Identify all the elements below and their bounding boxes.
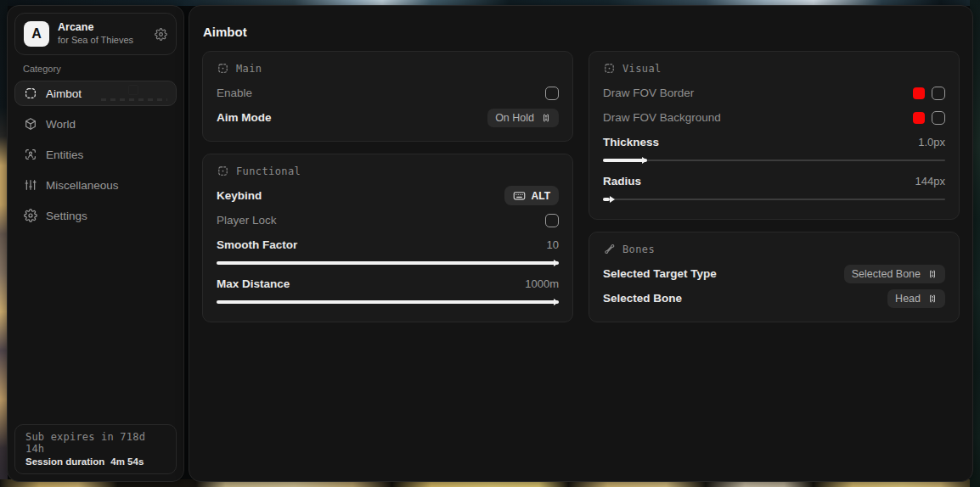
draw-fov-background-color-swatch[interactable] xyxy=(913,112,925,124)
row-enable: Enable xyxy=(217,81,559,105)
panel-visual-title: Visual xyxy=(622,63,662,75)
session-duration-label: Session duration xyxy=(25,456,104,467)
app-header-text: Arcane for Sea of Thieves xyxy=(58,21,146,46)
panel-main: MainEnableAim ModeOn Hold xyxy=(202,51,573,142)
aim-mode-label: Aim Mode xyxy=(217,111,272,124)
smooth-factor-slider[interactable] xyxy=(217,258,559,268)
row-aim-mode: Aim ModeOn Hold xyxy=(217,105,559,130)
thickness-slider[interactable] xyxy=(603,155,945,165)
selected-bone-label: Selected Bone xyxy=(603,292,682,305)
keybind-key-value: ALT xyxy=(532,190,550,202)
selected-target-type-label: Selected Target Type xyxy=(603,267,717,280)
app-tagline: for Sea of Thieves xyxy=(58,35,146,47)
panel-visual: VisualDraw FOV BorderDraw FOV Background… xyxy=(589,51,960,220)
bone-icon xyxy=(603,243,616,255)
draw-fov-background-checkbox[interactable] xyxy=(932,111,945,125)
sidebar-item-label: World xyxy=(46,118,76,131)
max-distance-label: Max Distance xyxy=(217,277,290,290)
panel-bones: BonesSelected Target TypeSelected BoneSe… xyxy=(589,232,960,322)
aim-mode-dropdown-value: On Hold xyxy=(495,112,534,124)
smooth-factor-value: 10 xyxy=(547,238,559,251)
section-icon xyxy=(603,62,616,75)
section-icon xyxy=(217,165,229,177)
row-draw-fov-background: Draw FOV Background xyxy=(603,105,945,130)
draw-fov-background-label: Draw FOV Background xyxy=(603,111,721,124)
panel-columns: MainEnableAim ModeOn HoldFunctionalKeybi… xyxy=(189,51,972,334)
sidebar-item-label: Aimbot xyxy=(46,87,82,100)
entities-scan-icon xyxy=(24,148,37,161)
session-duration-value: 4m 54s xyxy=(110,456,144,467)
row-keybind: KeybindALT xyxy=(217,183,559,208)
selected-target-type-dropdown[interactable]: Selected Bone xyxy=(844,265,945,283)
unfold-icon xyxy=(541,113,551,123)
draw-fov-background-controls xyxy=(913,111,945,125)
smooth-factor-slider-thumb[interactable] xyxy=(554,260,559,266)
sidebar-nav: AimbotWorldEntitiesMiscellaneousSettings xyxy=(8,81,183,228)
panel-bones-header: Bones xyxy=(603,243,945,255)
row-smooth-factor: Smooth Factor10 xyxy=(217,232,559,257)
sub-expires-text: Sub expires in 718d 14h xyxy=(25,431,166,455)
draw-fov-border-checkbox[interactable] xyxy=(932,87,945,100)
app-header: A Arcane for Sea of Thieves xyxy=(14,13,177,55)
smooth-factor-label: Smooth Factor xyxy=(217,238,297,251)
draw-fov-border-label: Draw FOV Border xyxy=(603,87,694,99)
radius-slider[interactable] xyxy=(603,194,945,204)
enable-checkbox[interactable] xyxy=(545,87,559,100)
selected-target-type-dropdown-value: Selected Bone xyxy=(852,268,921,280)
aim-mode-dropdown[interactable]: On Hold xyxy=(487,109,559,127)
sidebar-item-label: Entities xyxy=(46,148,83,161)
draw-fov-border-color-swatch[interactable] xyxy=(913,87,925,99)
enable-label: Enable xyxy=(217,87,252,99)
thickness-slider-fill xyxy=(603,159,647,162)
main-content: Aimbot MainEnableAim ModeOn HoldFunction… xyxy=(189,5,973,482)
miscellaneous-sliders-icon xyxy=(24,178,37,192)
panel-functional-header: Functional xyxy=(217,165,559,177)
left-column: MainEnableAim ModeOn HoldFunctionalKeybi… xyxy=(202,51,573,334)
row-draw-fov-border: Draw FOV Border xyxy=(603,81,945,105)
panel-main-header: Main xyxy=(217,62,559,75)
subscription-info-box: Sub expires in 718d 14h Session duration… xyxy=(14,424,177,474)
sidebar-item-settings[interactable]: Settings xyxy=(14,203,177,228)
row-radius: Radius144px xyxy=(603,169,945,193)
sidebar-item-entities[interactable]: Entities xyxy=(14,142,177,167)
sidebar-item-miscellaneous[interactable]: Miscellaneous xyxy=(14,172,177,198)
section-icon xyxy=(217,62,229,75)
thickness-value: 1.0px xyxy=(918,136,945,148)
panel-bones-title: Bones xyxy=(622,244,655,255)
draw-fov-border-controls xyxy=(913,87,945,100)
selected-bone-dropdown-value: Head xyxy=(895,293,921,305)
session-duration-line: Session duration 4m 54s xyxy=(25,456,166,467)
radius-slider-fill xyxy=(603,198,610,201)
row-max-distance: Max Distance1000m xyxy=(217,271,559,296)
header-gear-icon[interactable] xyxy=(155,28,167,41)
max-distance-value: 1000m xyxy=(525,277,559,290)
max-distance-slider[interactable] xyxy=(217,297,559,307)
keybind-button[interactable]: ALT xyxy=(504,186,559,205)
sidebar-item-world[interactable]: World xyxy=(14,111,177,137)
app-logo: A xyxy=(24,21,49,47)
panel-visual-header: Visual xyxy=(603,62,945,75)
sidebar-item-aimbot[interactable]: Aimbot xyxy=(14,81,177,106)
thickness-slider-thumb[interactable] xyxy=(642,157,647,164)
radius-slider-thumb[interactable] xyxy=(610,196,615,203)
page-title: Aimbot xyxy=(189,6,972,39)
panel-functional-title: Functional xyxy=(236,165,301,177)
radius-slider-track xyxy=(603,199,945,200)
player-lock-label: Player Lock xyxy=(217,214,277,227)
right-column: VisualDraw FOV BorderDraw FOV Background… xyxy=(589,51,960,334)
selected-bone-dropdown[interactable]: Head xyxy=(887,289,945,308)
row-selected-bone: Selected BoneHead xyxy=(603,286,945,311)
radius-value: 144px xyxy=(915,175,945,188)
max-distance-slider-fill xyxy=(217,300,559,304)
max-distance-slider-thumb[interactable] xyxy=(554,299,559,305)
unfold-icon xyxy=(927,294,938,304)
unfold-icon xyxy=(927,269,938,279)
player-lock-checkbox[interactable] xyxy=(545,214,559,227)
app-name: Arcane xyxy=(58,21,146,35)
keybind-label: Keybind xyxy=(217,189,262,202)
sidebar: A Arcane for Sea of Thieves Category Aim… xyxy=(7,5,184,482)
radius-label: Radius xyxy=(603,175,641,188)
row-thickness: Thickness1.0px xyxy=(603,130,945,154)
smooth-factor-slider-fill xyxy=(217,261,559,265)
category-label: Category xyxy=(23,64,168,74)
